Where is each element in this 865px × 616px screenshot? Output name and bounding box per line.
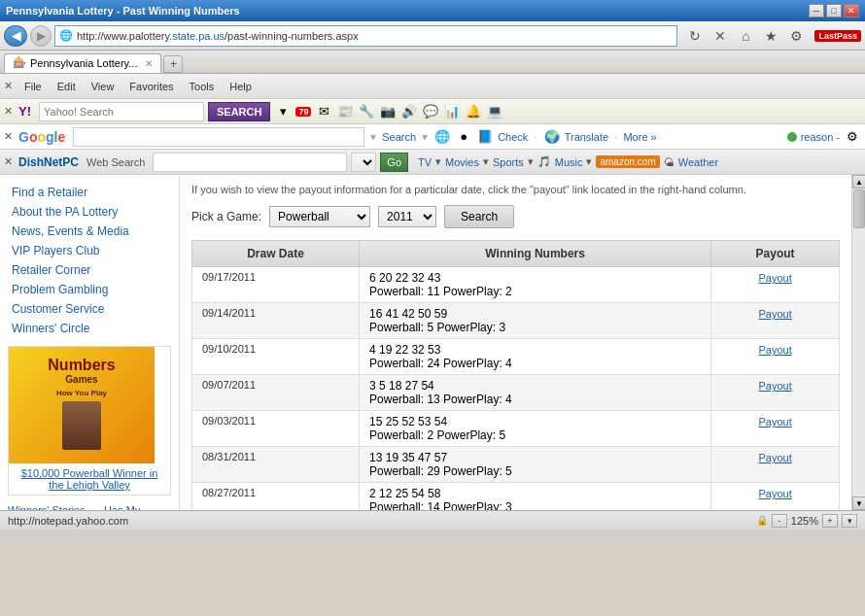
favorites-button[interactable]: ★ — [760, 25, 781, 47]
dishnet-sports-link[interactable]: Sports — [493, 156, 524, 168]
google-translate-icon[interactable]: 🌍 — [543, 128, 561, 146]
tab-pennsylvania-lottery[interactable]: 🎰 Pennsylvania Lottery... ✕ — [4, 53, 161, 73]
yahoo-icon1[interactable]: 🔧 — [358, 103, 375, 120]
google-toolbar-close[interactable]: ✕ — [4, 130, 13, 143]
menu-view[interactable]: View — [86, 79, 121, 94]
yahoo-mail-icon[interactable]: ✉ — [315, 103, 332, 120]
dishnet-label: Web Search — [86, 156, 145, 168]
google-check-link[interactable]: Check — [498, 131, 528, 143]
window-title: Pennsylvania Lottery - Past Winning Numb… — [6, 5, 240, 17]
winning-numbers-cell: 4 19 22 32 53Powerball: 24 PowerPlay: 4 — [360, 339, 711, 375]
sidebar-item-vip[interactable]: VIP Players Club — [0, 241, 179, 260]
promo-caption[interactable]: $10,000 Powerball Winner in the Lehigh V… — [9, 463, 170, 495]
google-icon2[interactable]: ● — [455, 128, 472, 146]
lastpass-icon[interactable]: LastPass — [814, 30, 861, 42]
zoom-in-button[interactable]: + — [822, 514, 838, 528]
scroll-thumb[interactable] — [853, 189, 865, 228]
google-search-link[interactable]: Search — [382, 131, 416, 143]
new-tab-button[interactable]: + — [163, 55, 183, 73]
yahoo-search-input[interactable] — [39, 102, 204, 121]
game-select[interactable]: Powerball Mega Millions Cash 5 Match 6 — [269, 206, 370, 227]
minimize-button[interactable]: ─ — [809, 4, 824, 17]
google-more-link[interactable]: More » — [623, 131, 656, 143]
scroll-track[interactable] — [852, 188, 865, 496]
menu-tools[interactable]: Tools — [184, 79, 221, 94]
yahoo-icon4[interactable]: 💬 — [422, 103, 439, 120]
amazon-button[interactable]: amazon.com — [596, 155, 659, 168]
dishnet-go-button[interactable]: Go — [380, 153, 408, 172]
draw-date-cell: 09/14/2011 — [192, 303, 360, 339]
dishnet-movies-link[interactable]: Movies — [445, 156, 479, 168]
google-icon3[interactable]: 📘 — [476, 128, 494, 146]
payout-cell: Payout — [711, 267, 840, 303]
sidebar-item-winners-circle[interactable]: Winners' Circle — [0, 319, 179, 338]
dishnet-weather-link[interactable]: Weather — [678, 156, 718, 168]
payout-link[interactable]: Payout — [758, 272, 791, 284]
sidebar-item-customer-service[interactable]: Customer Service — [0, 299, 179, 319]
dishnet-toolbar-close[interactable]: ✕ — [4, 155, 13, 168]
sidebar-promo: Numbers Games How You Play $10,000 Power… — [8, 346, 171, 496]
yahoo-search-button[interactable]: SEARCH — [208, 102, 270, 121]
payout-cell: Payout — [711, 303, 840, 339]
yahoo-icon2[interactable]: 📷 — [379, 103, 397, 120]
winners-stories-link[interactable]: Winners' Stories — [0, 501, 93, 510]
dishnet-music-link[interactable]: Music — [555, 156, 583, 168]
sidebar-item-problem-gambling[interactable]: Problem Gambling — [0, 280, 179, 299]
zoom-dropdown[interactable]: ▾ — [842, 514, 857, 528]
close-button[interactable]: ✕ — [844, 4, 859, 17]
payout-link[interactable]: Payout — [758, 488, 791, 499]
zoom-out-button[interactable]: - — [772, 514, 787, 528]
payout-link[interactable]: Payout — [758, 452, 791, 463]
yahoo-icon7[interactable]: 💻 — [486, 103, 503, 120]
tab-close-button[interactable]: ✕ — [145, 58, 153, 69]
x-close[interactable]: ✕ — [4, 80, 13, 92]
year-select[interactable]: 2011 2010 2009 — [378, 206, 436, 227]
home-button[interactable]: ⌂ — [735, 25, 756, 47]
google-translate-link[interactable]: Translate — [565, 131, 608, 143]
google-search-input[interactable] — [73, 127, 364, 147]
forward-button[interactable]: ▶ — [30, 25, 52, 47]
payout-link[interactable]: Payout — [758, 416, 791, 428]
scroll-up-button[interactable]: ▲ — [852, 175, 865, 188]
payout-link[interactable]: Payout — [758, 344, 791, 356]
results-table: Draw Date Winning Numbers Payout 09/17/2… — [191, 240, 840, 510]
payout-link[interactable]: Payout — [758, 380, 791, 392]
menu-help[interactable]: Help — [224, 79, 258, 94]
sidebar-item-about[interactable]: About the PA Lottery — [0, 202, 179, 222]
game-label: Pick a Game: — [191, 210, 261, 223]
menu-file[interactable]: File — [18, 79, 48, 94]
sidebar-item-retailer-corner[interactable]: Retailer Corner — [0, 260, 179, 280]
col-draw-date: Draw Date — [192, 241, 360, 267]
payout-link[interactable]: Payout — [758, 308, 791, 320]
tools-button[interactable]: ⚙ — [785, 25, 807, 47]
scroll-down-button[interactable]: ▼ — [852, 496, 865, 510]
google-settings-icon[interactable]: ⚙ — [844, 128, 861, 146]
winning-numbers-cell: 13 19 35 47 57Powerball: 29 PowerPlay: 5 — [360, 447, 711, 483]
yahoo-icon3[interactable]: 🔊 — [400, 103, 418, 120]
menu-favorites[interactable]: Favorites — [123, 79, 179, 94]
main-numbers: 3 5 18 27 54 — [369, 379, 701, 393]
yahoo-news-icon[interactable]: 📰 — [336, 103, 354, 120]
yahoo-icon6[interactable]: 🔔 — [465, 103, 482, 120]
maximize-button[interactable]: □ — [826, 4, 842, 17]
back-button[interactable]: ◀ — [4, 25, 27, 47]
dishnet-search-input[interactable] — [153, 153, 347, 172]
table-row: 09/03/201115 25 52 53 54Powerball: 2 Pow… — [192, 411, 840, 447]
menu-edit[interactable]: Edit — [52, 79, 82, 94]
yahoo-icon5[interactable]: 📊 — [443, 103, 461, 120]
dishnet-tv-link[interactable]: TV — [418, 156, 432, 168]
navigation-bar: ◀ ▶ 🌐 http://www.palottery.state.pa.us/p… — [0, 21, 865, 51]
yahoo-dropdown-icon[interactable]: ▾ — [274, 103, 292, 120]
stop-button[interactable]: ✕ — [709, 25, 731, 47]
sidebar-item-find-retailer[interactable]: Find a Retailer — [0, 183, 179, 202]
address-bar[interactable]: 🌐 http://www.palottery.state.pa.us/past-… — [54, 25, 677, 47]
yahoo-toolbar-close[interactable]: ✕ — [4, 105, 13, 118]
google-reason-link[interactable]: reason - — [801, 131, 840, 143]
dishnet-search-dropdown[interactable] — [351, 153, 376, 172]
google-icon1[interactable]: 🌐 — [433, 128, 451, 146]
payout-cell: Payout — [711, 375, 840, 411]
sidebar-item-news[interactable]: News, Events & Media — [0, 222, 179, 241]
search-button[interactable]: Search — [444, 205, 514, 228]
refresh-button[interactable]: ↻ — [684, 25, 706, 47]
table-row: 08/27/20112 12 25 54 58Powerball: 14 Pow… — [192, 483, 840, 510]
